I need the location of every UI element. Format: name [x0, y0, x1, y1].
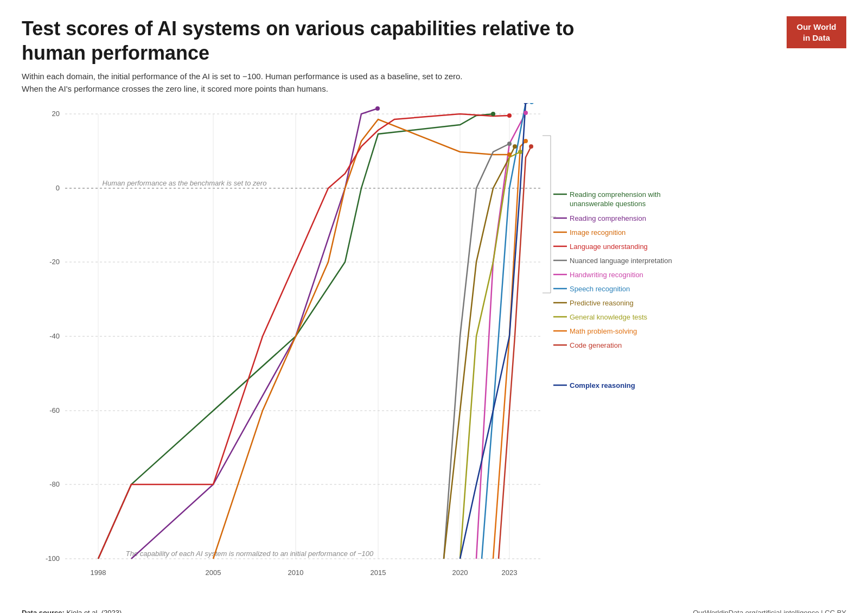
svg-text:-80: -80 — [49, 480, 60, 488]
subtitle-line2: When the AI's performance crosses the ze… — [22, 84, 328, 93]
legend-label-11: Code generation — [570, 341, 622, 349]
svg-text:Human performance as the bench: Human performance as the benchmark is se… — [103, 179, 267, 187]
line-code-generation — [499, 146, 531, 559]
y-axis-labels: 20 0 -20 -40 -60 -80 -100 — [46, 110, 60, 563]
footer-right: OurWorldinData.org/artificial-intelligen… — [693, 609, 846, 613]
legend-label-9: General knowledge tests — [570, 313, 648, 321]
line-nuanced-language — [444, 144, 509, 559]
svg-text:1998: 1998 — [91, 569, 106, 577]
svg-text:-60: -60 — [49, 406, 60, 414]
data-source-value: Kiela et al. (2023) — [66, 609, 122, 613]
svg-text:20: 20 — [52, 110, 60, 118]
svg-text:-100: -100 — [46, 554, 60, 563]
dot-reading-comp — [375, 106, 380, 111]
owid-logo: Our World in Data — [787, 16, 846, 48]
dot-lang-understand — [507, 113, 512, 118]
main-title: Test scores of AI systems on various cap… — [22, 16, 618, 65]
legend-label-1b: unanswerable questions — [570, 200, 646, 208]
dot-code-gen — [529, 144, 533, 149]
subtitle: Within each domain, the initial performa… — [22, 71, 618, 95]
legend-label-3: Image recognition — [570, 228, 626, 237]
legend-label-4: Language understanding — [570, 242, 648, 251]
main-chart-svg: .axis-label { font-size: 13px; fill: #55… — [22, 103, 846, 602]
data-source-label: Data source: — [22, 609, 65, 613]
svg-text:2015: 2015 — [371, 569, 386, 577]
dot-reading-comp-unans — [491, 112, 495, 116]
svg-text:2020: 2020 — [452, 569, 468, 577]
svg-text:-20: -20 — [49, 258, 60, 266]
legend-label-5: Nuanced language interpretation — [570, 257, 672, 265]
svg-text:2010: 2010 — [288, 569, 304, 577]
svg-text:The capability of each AI syst: The capability of each AI system is norm… — [126, 550, 374, 558]
x-axis-labels: 1998 2005 2010 2015 2020 2023 — [91, 569, 518, 577]
footer-url: OurWorldinData.org/artificial-intelligen… — [693, 609, 846, 613]
dot-image-rec — [507, 152, 512, 157]
legend-label-12: Complex reasoning — [570, 381, 635, 389]
header-row: Test scores of AI systems on various cap… — [22, 16, 846, 95]
line-general-knowledge — [460, 152, 520, 559]
legend-label-7: Speech recognition — [570, 285, 630, 293]
footer: Data source: Kiela et al. (2023) Note: F… — [22, 609, 846, 613]
dot-predictive — [513, 144, 517, 149]
legend-label-1: Reading comprehension with — [570, 190, 661, 199]
svg-text:2005: 2005 — [206, 569, 221, 577]
legend-label-6: Handwriting recognition — [570, 271, 643, 279]
dot-math — [524, 139, 528, 143]
svg-text:-40: -40 — [49, 332, 60, 340]
legend-bracket — [542, 136, 556, 293]
chart-area: .axis-label { font-size: 13px; fill: #55… — [22, 103, 846, 602]
dot-general-knowledge — [518, 150, 522, 154]
title-block: Test scores of AI systems on various cap… — [22, 16, 618, 95]
dot-speech-rec — [529, 103, 534, 104]
dot-complex-reasoning — [524, 103, 528, 104]
footer-left: Data source: Kiela et al. (2023) Note: F… — [22, 609, 425, 613]
dot-handwriting — [524, 111, 528, 115]
line-reading-comprehension — [131, 108, 378, 559]
dot-nuanced-lang — [507, 142, 512, 146]
legend-label-10: Math problem-solving — [570, 327, 637, 335]
subtitle-line1: Within each domain, the initial performa… — [22, 72, 463, 81]
legend-label-8: Predictive reasoning — [570, 299, 634, 307]
svg-text:0: 0 — [56, 184, 60, 192]
svg-text:2023: 2023 — [502, 569, 518, 577]
legend-label-2: Reading comprehension — [570, 214, 646, 222]
legend: Reading comprehension with unanswerable … — [553, 190, 672, 389]
